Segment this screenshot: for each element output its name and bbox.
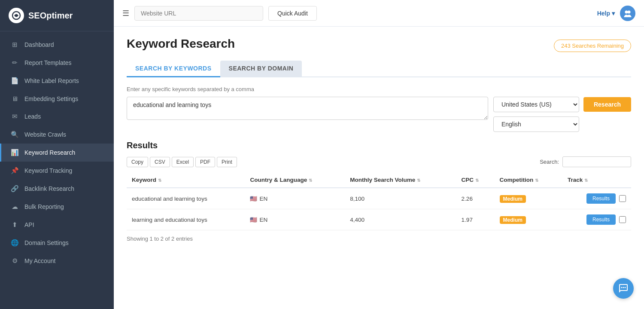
sidebar-label-keyword-tracking: Keyword Tracking [24,167,72,174]
white-label-reports-icon: 📄 [10,77,19,85]
sidebar-label-bulk-reporting: Bulk Reporting [24,203,64,210]
cell-competition-0: Medium [495,188,562,209]
menu-icon[interactable]: ☰ [122,9,129,18]
col-header-competition[interactable]: Competition⇅ [495,172,562,188]
language-select[interactable]: EnglishSpanishFrenchGerman [493,116,579,132]
topbar: ☰ Quick Audit Help ▾ [114,0,644,27]
search-hint: Enter any specific keywords separated by… [127,86,631,92]
user-avatar[interactable] [620,6,635,21]
backlink-research-icon: 🔗 [10,185,19,193]
sidebar-item-embedding-settings[interactable]: 🖥Embedding Settings [0,90,114,107]
sidebar-item-api[interactable]: ⬆API [0,216,114,234]
country-select[interactable]: United States (US)United Kingdom (GB)Can… [493,97,579,112]
sidebar-item-dashboard[interactable]: ⊞Dashboard [0,36,114,54]
sidebar-item-bulk-reporting[interactable]: ☁Bulk Reporting [0,198,114,216]
sort-icon-cpc: ⇅ [475,178,479,183]
help-label: Help [597,10,610,17]
sidebar-item-website-crawls[interactable]: 🔍Website Crawls [0,125,114,144]
sidebar-label-white-label-reports: White Label Reports [24,77,79,84]
cell-cpc-1: 1.97 [456,209,495,230]
export-btn-copy[interactable]: Copy [127,157,148,167]
sidebar-item-keyword-tracking[interactable]: 📌Keyword Tracking [0,162,114,180]
svg-point-5 [625,287,626,288]
svg-point-2 [628,10,631,13]
cell-language-1: 🇺🇸 EN [245,209,345,230]
domain-settings-icon: 🌐 [10,239,19,247]
table-search-input[interactable] [562,156,631,167]
export-buttons: CopyCSVExcelPDFPrint [127,157,237,167]
logo-text: SEOptimer [28,11,73,21]
cell-keyword-1: learning and educational toys [127,209,245,230]
cell-keyword-0: educational and learning toys [127,188,245,209]
logo[interactable]: SEOptimer [0,0,114,31]
flag-en-0: 🇺🇸 EN [250,195,267,202]
my-account-icon: ⚙ [10,257,19,265]
sidebar-label-keyword-research: Keyword Research [24,149,75,156]
help-menu[interactable]: Help ▾ [597,10,615,17]
tab-search-by-domain[interactable]: SEARCH BY DOMAIN [220,61,302,77]
export-btn-csv[interactable]: CSV [150,157,170,167]
quick-audit-button[interactable]: Quick Audit [268,6,317,21]
sidebar-label-backlink-research: Backlink Research [24,185,74,192]
sort-icon-keyword: ⇅ [158,178,161,183]
chat-bubble[interactable] [613,278,634,299]
svg-point-1 [625,10,628,13]
sidebar-item-white-label-reports[interactable]: 📄White Label Reports [0,72,114,90]
cell-volume-1: 4,400 [345,209,456,230]
leads-icon: ✉ [10,113,19,120]
table-search-label: Search: [540,159,559,165]
cell-volume-0: 8,100 [345,188,456,209]
bulk-reporting-icon: ☁ [10,203,19,211]
embedding-settings-icon: 🖥 [10,95,19,102]
sidebar-item-my-account[interactable]: ⚙My Account [0,252,114,270]
logo-icon [9,8,24,23]
content-header: Keyword Research 243 Searches Remaining [127,37,631,52]
api-icon: ⬆ [10,221,19,229]
page-title: Keyword Research [127,37,235,51]
svg-point-4 [623,287,624,288]
tab-search-by-keywords[interactable]: SEARCH BY KEYWORDS [127,61,220,77]
col-header-cpc[interactable]: CPC⇅ [456,172,495,188]
website-crawls-icon: 🔍 [10,131,19,138]
sidebar-item-leads[interactable]: ✉Leads [0,107,114,125]
search-controls: United States (US)United Kingdom (GB)Can… [493,97,631,132]
table-search-row: Search: [540,156,631,167]
results-toolbar: CopyCSVExcelPDFPrint Search: [127,156,631,167]
cell-track-0: Results [562,188,631,209]
results-button-1[interactable]: Results [586,214,616,225]
cell-track-1: Results [562,209,631,230]
col-header-track[interactable]: Track⇅ [562,172,631,188]
website-url-input[interactable] [134,6,263,21]
cell-cpc-0: 2.26 [456,188,495,209]
report-templates-icon: ✏ [10,59,19,67]
col-header-keyword[interactable]: Keyword⇅ [127,172,245,188]
sidebar-item-report-templates[interactable]: ✏Report Templates [0,54,114,72]
keyword-textarea[interactable] [127,97,488,120]
export-btn-print[interactable]: Print [217,157,237,167]
sidebar-label-api: API [24,221,34,228]
export-btn-excel[interactable]: Excel [172,157,194,167]
export-btn-pdf[interactable]: PDF [195,157,215,167]
track-checkbox-0[interactable] [619,195,626,202]
svg-point-3 [621,287,623,288]
main-area: ☰ Quick Audit Help ▾ Keyword Research 24… [114,0,644,309]
keyword-tracking-icon: 📌 [10,167,19,174]
sidebar-item-backlink-research[interactable]: 🔗Backlink Research [0,180,114,198]
col-header-country-language[interactable]: Country & Language⇅ [245,172,345,188]
sidebar-label-report-templates: Report Templates [24,59,71,66]
sidebar-item-domain-settings[interactable]: 🌐Domain Settings [0,234,114,252]
research-button[interactable]: Research [583,97,631,112]
results-table: Keyword⇅Country & Language⇅Monthly Searc… [127,172,631,230]
help-chevron-icon: ▾ [612,10,615,17]
sidebar-label-embedding-settings: Embedding Settings [24,95,78,102]
keyword-tabs: SEARCH BY KEYWORDSSEARCH BY DOMAIN [127,61,631,77]
track-checkbox-1[interactable] [619,216,626,223]
sort-icon-monthly-search-volume: ⇅ [417,178,420,183]
results-button-0[interactable]: Results [586,193,616,204]
sort-icon-competition: ⇅ [535,178,538,183]
sidebar-item-keyword-research[interactable]: 📊Keyword Research [0,144,114,162]
sidebar-label-my-account: My Account [24,257,55,264]
col-header-monthly-search-volume[interactable]: Monthly Search Volume⇅ [345,172,456,188]
keyword-research-icon: 📊 [10,149,19,156]
sidebar-label-website-crawls: Website Crawls [24,131,66,138]
